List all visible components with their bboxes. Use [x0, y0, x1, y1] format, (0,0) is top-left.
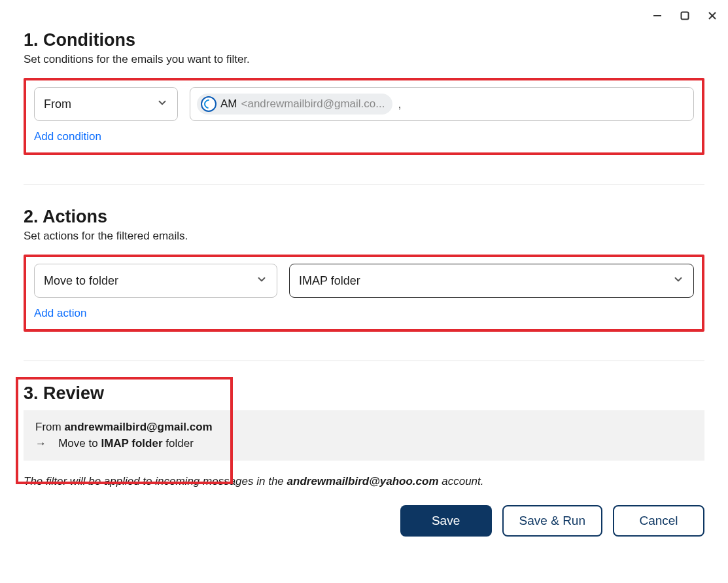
actions-title: 2. Actions: [24, 207, 704, 227]
divider: [24, 184, 704, 185]
chip-email: <andrewmailbird@gmail.co...: [241, 97, 385, 111]
close-icon[interactable]: [706, 9, 719, 22]
action-folder-select[interactable]: IMAP folder: [289, 264, 694, 298]
review-title: 3. Review: [24, 383, 704, 404]
review-summary-panel: From andrewmailbird@gmail.com → Move to …: [24, 410, 704, 461]
condition-field-select[interactable]: From: [34, 87, 178, 121]
action-type-select[interactable]: Move to folder: [34, 264, 277, 298]
save-and-run-button[interactable]: Save & Run: [502, 505, 602, 537]
cancel-button[interactable]: Cancel: [613, 505, 704, 537]
actions-subtitle: Set actions for the filtered emails.: [24, 230, 704, 243]
svg-rect-1: [682, 12, 689, 20]
minimize-icon[interactable]: [651, 9, 664, 22]
conditions-subtitle: Set conditions for the emails you want t…: [24, 53, 704, 66]
action-folder-label: IMAP folder: [299, 274, 360, 288]
arrow-right-icon: →: [35, 437, 46, 450]
filter-account-note: The filter will be applied to incoming m…: [24, 475, 704, 488]
review-line-from: From andrewmailbird@gmail.com: [35, 419, 693, 436]
chevron-down-icon: [256, 274, 268, 289]
condition-field-label: From: [44, 97, 71, 111]
window-controls: [651, 9, 719, 22]
conditions-title: 1. Conditions: [24, 30, 704, 50]
chevron-down-icon: [672, 274, 684, 289]
actions-highlight-box: Move to folder IMAP folder Add action: [24, 255, 704, 332]
conditions-highlight-box: From AM <andrewmailbird@gmail.co... , Ad…: [24, 78, 704, 155]
chevron-down-icon: [156, 97, 168, 112]
mailbird-icon: [201, 96, 217, 112]
divider: [24, 361, 704, 361]
email-chip[interactable]: AM <andrewmailbird@gmail.co...: [197, 94, 392, 115]
condition-value-input[interactable]: AM <andrewmailbird@gmail.co... ,: [190, 87, 694, 121]
chip-initials: AM: [220, 97, 237, 111]
maximize-icon[interactable]: [678, 9, 691, 22]
chip-trailing: ,: [398, 97, 401, 111]
add-condition-link[interactable]: Add condition: [34, 130, 694, 143]
save-button[interactable]: Save: [400, 505, 492, 537]
dialog-buttons: Save Save & Run Cancel: [24, 505, 704, 537]
action-type-label: Move to folder: [44, 274, 118, 288]
add-action-link[interactable]: Add action: [34, 307, 694, 320]
review-line-action: → Move to IMAP folder folder: [35, 436, 693, 452]
